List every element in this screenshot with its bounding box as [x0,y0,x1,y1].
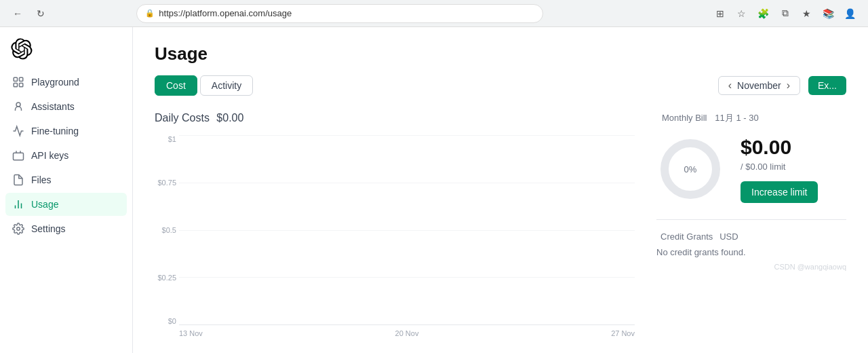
month-navigator: ‹ November › [718,76,800,95]
chart-plot: 13 Nov 20 Nov 27 Nov [179,135,635,337]
content-grid: Daily Costs $0.00 $1 $0.75 $0.5 $0.25 $0 [155,112,846,337]
y-label-1: $1 [168,135,176,143]
sidebar-item-label: Files [31,174,52,185]
assistants-icon [12,100,24,113]
settings-icon [12,223,24,235]
tab-cost[interactable]: Cost [155,75,197,96]
daily-costs-title: Daily Costs $0.00 [155,112,635,124]
y-label-025: $0.25 [157,274,176,282]
daily-costs-section: Daily Costs $0.00 $1 $0.75 $0.5 $0.25 $0 [155,112,635,337]
reader-mode-button[interactable]: ⊞ [711,4,730,23]
sidebar-item-usage[interactable]: Usage [5,193,127,216]
x-label-27-nov: 27 Nov [611,329,635,337]
billing-limit: / $0.00 limit [741,162,818,172]
sidebar-logo [0,38,132,71]
divider [656,219,846,220]
svg-rect-1 [20,77,23,81]
x-label-20-nov: 20 Nov [395,329,419,337]
grid-line-05 [179,230,635,231]
grid-line-1 [179,135,635,136]
chart-y-labels: $1 $0.75 $0.5 $0.25 $0 [155,135,179,325]
sidebar-item-api-keys[interactable]: API keys [5,144,127,167]
credit-grants-title: Credit Grants USD [656,231,846,242]
no-grants-text: No credit grants found. [656,247,846,257]
month-label: November [737,80,781,91]
sidebar-item-playground[interactable]: Playground [5,71,127,94]
sidebar-item-label: Settings [31,223,66,234]
sidebar-item-label: Fine-tuning [31,126,79,136]
chart-area [179,135,635,325]
svg-rect-2 [14,83,17,87]
back-button[interactable]: ← [8,4,27,23]
svg-point-9 [17,227,20,231]
sidebar-item-fine-tuning[interactable]: Fine-tuning [5,119,127,143]
donut-percent-label: 0% [684,164,697,174]
playground-icon [12,76,24,88]
app-layout: Playground Assistants Fine-tuning API ke… [0,27,868,353]
browser-actions: ⊞ ☆ 🧩 ⧉ ★ 📚 👤 [711,4,860,23]
main-content: Usage Cost Activity ‹ November › Ex... D… [133,27,868,353]
chart-container: $1 $0.75 $0.5 $0.25 $0 [155,135,635,337]
prev-month-button[interactable]: ‹ [726,79,734,92]
browser-controls: ← ↻ [8,4,50,23]
svg-rect-5 [14,153,24,160]
split-button[interactable]: ⧉ [776,4,795,23]
favorites-button[interactable]: ★ [797,4,816,23]
files-icon [12,174,24,186]
collections-button[interactable]: 📚 [819,4,838,23]
right-panel: Monthly Bill 11月 1 - 30 0% $0.0 [656,112,846,337]
x-label-13-nov: 13 Nov [179,329,203,337]
svg-point-4 [16,103,20,107]
profile-button[interactable]: 👤 [841,4,860,23]
sidebar: Playground Assistants Fine-tuning API ke… [0,27,133,353]
sidebar-item-files[interactable]: Files [5,168,127,191]
usage-icon [12,198,24,210]
export-button[interactable]: Ex... [808,76,846,95]
billing-circle-section: 0% $0.00 / $0.00 limit Increase limit [656,135,846,203]
y-label-05: $0.5 [162,226,176,234]
sidebar-item-settings[interactable]: Settings [5,217,127,240]
increase-limit-button[interactable]: Increase limit [741,181,818,203]
page-title: Usage [155,43,846,64]
tab-activity[interactable]: Activity [200,75,253,96]
daily-costs-amount: $0.00 [216,112,243,124]
sidebar-item-assistants[interactable]: Assistants [5,95,127,118]
grid-line-025 [179,277,635,278]
extensions-button[interactable]: 🧩 [754,4,773,23]
chart-x-labels: 13 Nov 20 Nov 27 Nov [179,325,635,337]
billing-amount: $0.00 [741,136,818,159]
openai-logo-icon [11,38,33,60]
watermark: CSDN @wangqiaowq [656,263,846,271]
bookmark-button[interactable]: ☆ [732,4,751,23]
y-label-075: $0.75 [157,179,176,187]
grid-line-075 [179,183,635,183]
svg-rect-3 [20,83,23,87]
donut-chart: 0% [656,135,724,203]
tabs-row: Cost Activity ‹ November › Ex... [155,75,846,96]
address-bar[interactable]: 🔒 https://platform.openai.com/usage [136,4,543,23]
svg-rect-0 [14,77,17,81]
billing-info: $0.00 / $0.00 limit Increase limit [741,136,818,203]
sidebar-nav: Playground Assistants Fine-tuning API ke… [0,71,132,240]
sidebar-item-label: API keys [31,150,68,161]
next-month-button[interactable]: › [784,79,793,92]
url-text: https://platform.openai.com/usage [159,8,292,18]
refresh-button[interactable]: ↻ [31,4,50,23]
lock-icon: 🔒 [145,9,155,18]
monthly-bill-header: Monthly Bill 11月 1 - 30 [656,112,846,124]
sidebar-item-label: Assistants [31,101,75,112]
fine-tuning-icon [12,125,24,137]
api-keys-icon [12,149,24,162]
y-label-0: $0 [168,317,176,325]
browser-chrome: ← ↻ 🔒 https://platform.openai.com/usage … [0,0,868,27]
sidebar-item-label: Usage [31,199,58,210]
sidebar-item-label: Playground [31,77,79,88]
